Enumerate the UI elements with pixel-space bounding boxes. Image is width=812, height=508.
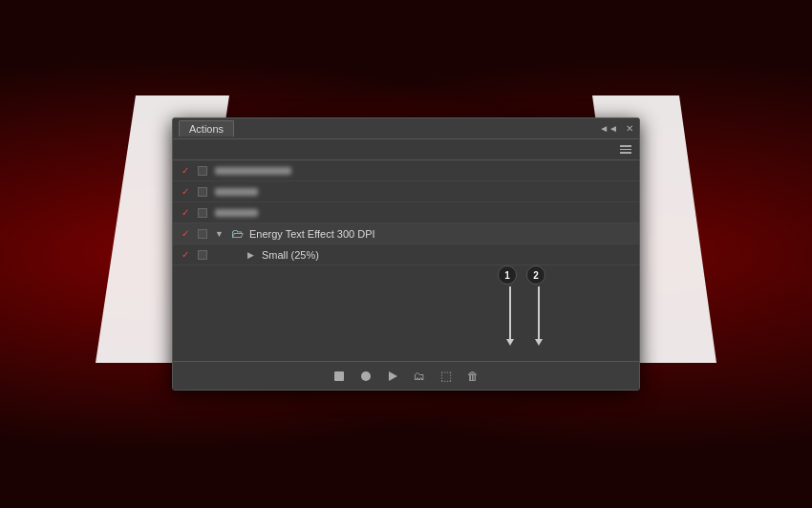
folder-icon-4: 🗁: [231, 226, 244, 241]
annotation-badge-1: 1: [498, 265, 517, 285]
new-set-button[interactable]: 🗂: [412, 369, 427, 384]
checkbox-box-4: [198, 229, 207, 239]
action-label-5: ▶ Small (25%): [211, 249, 635, 261]
checkbox-2[interactable]: [194, 187, 211, 197]
action-label-4: ▼ 🗁 Energy Text Effect 300 DPI: [211, 226, 635, 241]
action-label-2: [211, 188, 635, 196]
checkbox-5[interactable]: [194, 250, 211, 260]
action-row[interactable]: ✓: [173, 202, 639, 223]
expand-arrow-4[interactable]: ▼: [215, 229, 224, 239]
checkbox-3[interactable]: [194, 208, 211, 218]
arrow-tip-1: [506, 339, 514, 346]
annotation-arrow-1: [506, 286, 514, 346]
badge-label-1: 1: [504, 270, 510, 281]
panel-titlebar: Actions ◄◄ ✕: [173, 118, 639, 139]
stop-icon: [334, 371, 344, 381]
check-mark-2: ✓: [177, 186, 194, 197]
actions-tab[interactable]: Actions: [179, 120, 234, 137]
action-name-4: Energy Text Effect 300 DPI: [249, 228, 375, 240]
checkbox-box-1: [198, 166, 207, 176]
stop-button[interactable]: [331, 369, 347, 384]
checkbox-box-2: [198, 187, 207, 197]
check-mark-4: ✓: [177, 228, 194, 239]
checkbox-box-5: [198, 250, 207, 260]
checkbox-4[interactable]: [194, 229, 211, 239]
titlebar-left: Actions: [179, 120, 234, 137]
hamburger-line-3: [620, 152, 631, 154]
record-button[interactable]: [358, 369, 374, 384]
folder-icon: 🗂: [414, 370, 425, 383]
actions-panel: Actions ◄◄ ✕ ✓ ✓: [172, 117, 640, 391]
collapse-button[interactable]: ◄◄: [599, 123, 618, 134]
annotation-arrow-2: [535, 286, 543, 346]
action-name-5: Small (25%): [262, 249, 319, 261]
check-mark-5: ✓: [177, 249, 194, 260]
checkbox-1[interactable]: [194, 166, 211, 176]
action-label-3: [211, 209, 635, 217]
action-row[interactable]: ✓: [173, 181, 639, 202]
check-mark-1: ✓: [177, 165, 194, 176]
blurred-label-1: [215, 167, 291, 175]
new-action-icon: ⬚: [440, 369, 452, 383]
hamburger-line-2: [620, 149, 631, 151]
action-list: ✓ ✓ ✓: [173, 160, 639, 265]
badge-label-2: 2: [533, 270, 539, 281]
check-mark-3: ✓: [177, 207, 194, 218]
arrow-line-1: [509, 286, 511, 339]
arrow-tip-2: [535, 339, 543, 346]
delete-button[interactable]: 🗑: [465, 369, 481, 384]
blurred-label-2: [215, 188, 258, 196]
titlebar-right: ◄◄ ✕: [599, 123, 633, 134]
panel-subheader: [173, 139, 639, 160]
arrow-line-2: [538, 286, 540, 339]
checkbox-box-3: [198, 208, 207, 218]
expand-arrow-5[interactable]: ▶: [247, 250, 254, 260]
record-icon: [361, 371, 371, 381]
panel-toolbar: 🗂 ⬚ 🗑: [173, 361, 639, 390]
delete-icon: 🗑: [467, 370, 479, 383]
close-button[interactable]: ✕: [626, 123, 633, 134]
action-label-1: [211, 167, 635, 175]
new-action-button[interactable]: ⬚: [438, 369, 454, 384]
blurred-label-3: [215, 209, 258, 217]
action-row[interactable]: ✓: [173, 160, 639, 181]
play-button[interactable]: [385, 369, 400, 384]
annotation-badge-2: 2: [526, 265, 545, 285]
annotations-area: 1 2: [173, 265, 639, 361]
small-25-row[interactable]: ✓ ▶ Small (25%): [173, 244, 639, 265]
play-icon: [389, 371, 397, 381]
hamburger-line-1: [620, 145, 631, 147]
energy-text-effect-row[interactable]: ✓ ▼ 🗁 Energy Text Effect 300 DPI: [173, 223, 639, 244]
menu-icon[interactable]: [620, 145, 631, 154]
